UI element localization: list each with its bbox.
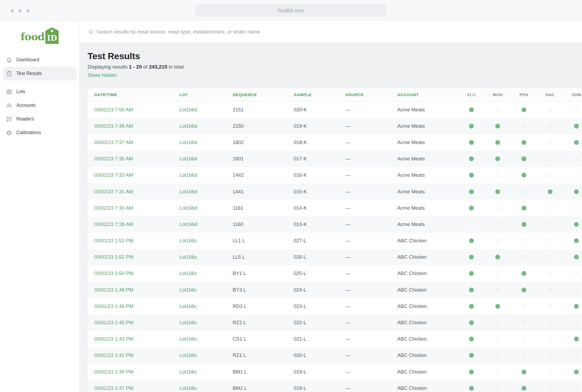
table-row[interactable]: 03/02/23 7:48 AMLot166d2150019-K—Acme Me… — [88, 118, 582, 134]
cell-datetime[interactable]: 03/02/23 7:31 AM — [88, 189, 179, 195]
result-filled-dot-icon — [469, 124, 474, 129]
sidebar-item-label: Accounts — [16, 103, 36, 108]
cell-lot[interactable]: Lot166d — [179, 221, 233, 227]
cell-datetime[interactable]: 03/01/23 1:50 PM — [88, 270, 179, 276]
cell-datetime[interactable]: 03/01/23 1:43 PM — [88, 336, 179, 342]
cell-datetime[interactable]: 03/02/23 7:48 AM — [88, 123, 179, 129]
column-header-sample[interactable]: SAMPLE — [294, 92, 345, 97]
cell-datetime[interactable]: 03/02/23 7:28 AM — [88, 221, 179, 227]
result-rac-cell — [537, 108, 563, 112]
result-filled-dot-icon — [469, 173, 474, 178]
cell-datetime[interactable]: 03/01/23 1:53 PM — [88, 238, 179, 244]
column-header-rac[interactable]: RAC — [537, 92, 563, 97]
cell-account: ABC Chicken — [397, 369, 458, 375]
cell-datetime[interactable]: 03/01/23 1:52 PM — [88, 254, 179, 260]
cell-lot[interactable]: Lot166d — [179, 205, 233, 211]
cell-lot[interactable]: Lot166c — [179, 352, 233, 358]
table-row[interactable]: 03/02/23 7:35 AMLot166d1801017-K—Acme Me… — [88, 151, 582, 167]
cell-datetime[interactable]: 03/02/23 7:30 AM — [88, 205, 179, 211]
result-flu-cell — [458, 238, 485, 243]
page-title: Test Results — [88, 51, 582, 61]
cell-sequence: 2150 — [233, 123, 294, 129]
cell-datetime[interactable]: 03/01/23 1:46 PM — [88, 303, 179, 309]
cell-lot[interactable]: Lot166c — [179, 369, 233, 375]
result-empty-dot-icon — [496, 222, 500, 226]
column-header-account[interactable]: ACCOUNT — [397, 92, 458, 97]
table-row[interactable]: 03/02/23 7:50 AMLot166d2151020-K—Acme Me… — [88, 101, 582, 118]
table-row[interactable]: 03/02/23 7:37 AMLot166d1802018-K—Acme Me… — [88, 134, 582, 150]
table-row[interactable]: 03/01/23 1:39 PMLot166cBM1 L019-L—ABC Ch… — [88, 364, 582, 380]
cell-sequence: 1161 — [233, 205, 294, 211]
foodid-logo[interactable]: food ID — [0, 25, 79, 46]
cell-datetime[interactable]: 03/02/23 7:35 AM — [88, 156, 179, 162]
column-header-sequence[interactable]: SEQUENCE — [233, 92, 294, 97]
cell-datetime[interactable]: 03/02/23 7:50 AM — [88, 107, 179, 113]
cell-lot[interactable]: Lot166c — [179, 254, 233, 260]
column-header-date-time[interactable]: DATE/TIME — [88, 92, 179, 97]
column-header-lot[interactable]: LOT — [179, 92, 233, 97]
sidebar-item-calibrations[interactable]: Calibrations — [3, 126, 77, 140]
cell-lot[interactable]: Lot166c — [179, 303, 233, 309]
cell-lot[interactable]: Lot166d — [179, 172, 233, 178]
column-header-sdm[interactable]: SDM — [563, 92, 582, 97]
cell-account: ABC Chicken — [397, 336, 458, 342]
browser-topbar: foodid.com — [0, 0, 582, 21]
sidebar-item-readers[interactable]: Readers — [3, 112, 77, 126]
cell-datetime[interactable]: 03/01/23 1:45 PM — [88, 320, 179, 326]
cell-lot[interactable]: Lot166d — [179, 107, 233, 113]
cell-account: ABC Chicken — [397, 385, 458, 391]
result-mon-cell — [485, 337, 511, 341]
result-mon-cell — [485, 140, 511, 145]
table-row[interactable]: 03/02/23 7:30 AMLot166d1161014-K—Acme Me… — [88, 200, 582, 216]
cell-sample: 019-L — [294, 369, 345, 375]
table-row[interactable]: 03/01/23 1:46 PMLot166cRD3 L023-L—ABC Ch… — [88, 298, 582, 314]
table-row[interactable]: 03/01/23 1:41 PMLot166cRZ1 L020-L—ABC Ch… — [88, 347, 582, 364]
cell-lot[interactable]: Lot166c — [179, 238, 233, 244]
sidebar-item-lots[interactable]: Lots — [3, 85, 77, 99]
cell-lot[interactable]: Lot166c — [179, 320, 233, 326]
table-row[interactable]: 03/02/23 7:33 AMLot166d1442016-K—Acme Me… — [88, 167, 582, 183]
cell-lot[interactable]: Lot166c — [179, 287, 233, 293]
cell-source: — — [345, 205, 397, 211]
column-header-flu[interactable]: FLU — [458, 92, 485, 97]
cell-datetime[interactable]: 03/01/23 1:48 PM — [88, 287, 179, 293]
sidebar-item-accounts[interactable]: Accounts — [3, 99, 77, 112]
result-empty-dot-icon — [548, 173, 552, 177]
cell-lot[interactable]: Lot166d — [179, 140, 233, 145]
table-row[interactable]: 03/01/23 1:43 PMLot166cCS1 L021-L—ABC Ch… — [88, 331, 582, 347]
table-row[interactable]: 03/01/23 1:53 PMLot166cLL1 L027-L—ABC Ch… — [88, 233, 582, 249]
cell-lot[interactable]: Lot166c — [179, 270, 233, 276]
cell-datetime[interactable]: 03/01/23 1:41 PM — [88, 352, 179, 358]
address-bar[interactable]: foodid.com — [196, 5, 386, 16]
cell-lot[interactable]: Lot166c — [179, 336, 233, 342]
table-row[interactable]: 03/02/23 7:28 AMLot166d1160013-K—Acme Me… — [88, 216, 582, 232]
sidebar-item-test-results[interactable]: Test Results — [3, 67, 77, 80]
table-row[interactable]: 03/01/23 1:52 PMLot166cLL5 L026-L—ABC Ch… — [88, 249, 582, 265]
column-header-mon[interactable]: MON — [485, 92, 511, 97]
result-empty-dot-icon — [548, 353, 552, 357]
sidebar-item-dashboard[interactable]: Dashboard — [3, 53, 77, 67]
result-filled-dot-icon — [574, 189, 579, 194]
cell-datetime[interactable]: 03/01/23 1:39 PM — [88, 369, 179, 375]
cell-datetime[interactable]: 03/02/23 7:33 AM — [88, 172, 179, 178]
qr-code-icon — [6, 116, 12, 122]
cell-datetime[interactable]: 03/01/23 1:37 PM — [88, 385, 179, 391]
cell-lot[interactable]: Lot166d — [179, 156, 233, 162]
show-hidden-link[interactable]: Show hidden — [88, 72, 117, 78]
table-row[interactable]: 03/01/23 1:37 PMLot166cBM2 L018-L—ABC Ch… — [88, 380, 582, 392]
search-input[interactable] — [96, 29, 391, 35]
cell-sample: 023-L — [294, 303, 345, 309]
cell-lot[interactable]: Lot166c — [179, 385, 233, 391]
sidebar-item-label: Lots — [16, 89, 25, 95]
table-row[interactable]: 03/01/23 1:45 PMLot166cRZ2 L022-L—ABC Ch… — [88, 314, 582, 331]
column-header-source[interactable]: SOURCE — [345, 92, 397, 97]
table-row[interactable]: 03/01/23 1:48 PMLot166cBY3 L024-L—ABC Ch… — [88, 282, 582, 298]
cell-lot[interactable]: Lot166d — [179, 123, 233, 129]
cell-datetime[interactable]: 03/02/23 7:37 AM — [88, 140, 179, 145]
table-row[interactable]: 03/02/23 7:31 AMLot166d1441015-K—Acme Me… — [88, 183, 582, 200]
cell-lot[interactable]: Lot166d — [179, 189, 233, 195]
window-dot-icon — [11, 9, 14, 13]
result-sdm-cell — [563, 189, 582, 194]
table-row[interactable]: 03/01/23 1:50 PMLot166cBY1 L025-L—ABC Ch… — [88, 265, 582, 282]
column-header-pen[interactable]: PEN — [511, 92, 537, 97]
